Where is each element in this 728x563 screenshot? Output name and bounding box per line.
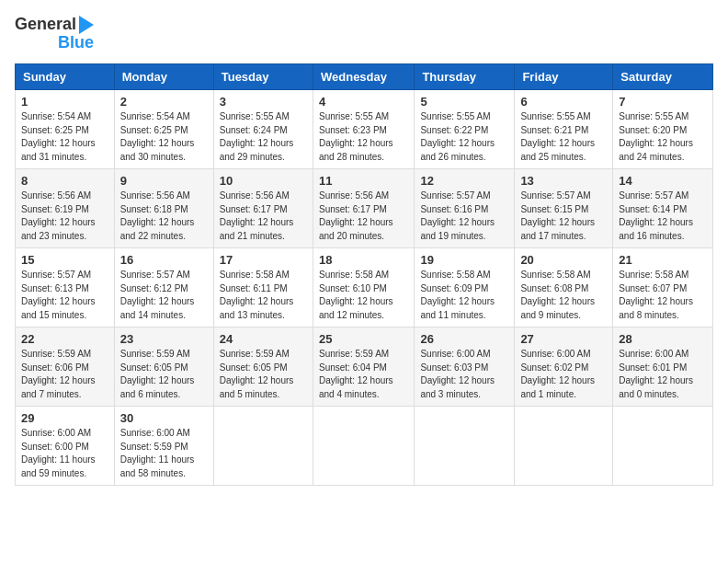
calendar-day-cell (213, 407, 313, 486)
day-number: 19 (420, 253, 508, 267)
calendar-week-row: 22Sunrise: 5:59 AMSunset: 6:06 PMDayligh… (16, 327, 713, 407)
day-detail: Sunrise: 5:58 AMSunset: 6:10 PMDaylight:… (319, 269, 408, 322)
calendar-table: SundayMondayTuesdayWednesdayThursdayFrid… (15, 63, 713, 486)
weekday-header-monday: Monday (114, 64, 213, 90)
calendar-day-cell: 4Sunrise: 5:55 AMSunset: 6:23 PMDaylight… (313, 90, 414, 169)
day-detail: Sunrise: 5:55 AMSunset: 6:23 PMDaylight:… (319, 110, 408, 164)
day-number: 15 (21, 253, 108, 267)
day-detail: Sunrise: 5:58 AMSunset: 6:11 PMDaylight:… (220, 269, 307, 322)
day-number: 9 (120, 174, 208, 188)
calendar-day-cell (515, 407, 613, 486)
day-number: 21 (619, 253, 707, 267)
day-number: 17 (220, 253, 307, 267)
calendar-day-cell: 15Sunrise: 5:57 AMSunset: 6:13 PMDayligh… (16, 248, 115, 327)
day-number: 25 (319, 332, 408, 346)
page-header: General Blue (15, 15, 713, 52)
calendar-day-cell: 21Sunrise: 5:58 AMSunset: 6:07 PMDayligh… (613, 248, 713, 327)
calendar-day-cell: 12Sunrise: 5:57 AMSunset: 6:16 PMDayligh… (415, 169, 515, 248)
day-number: 4 (319, 95, 408, 109)
day-detail: Sunrise: 6:00 AMSunset: 5:59 PMDaylight:… (120, 427, 208, 480)
weekday-header-tuesday: Tuesday (213, 64, 313, 90)
day-number: 11 (319, 174, 408, 188)
day-number: 14 (619, 174, 707, 188)
day-detail: Sunrise: 5:56 AMSunset: 6:19 PMDaylight:… (21, 190, 108, 243)
day-detail: Sunrise: 5:58 AMSunset: 6:08 PMDaylight:… (520, 269, 607, 322)
day-number: 5 (420, 95, 508, 109)
day-detail: Sunrise: 6:00 AMSunset: 6:01 PMDaylight:… (619, 348, 707, 401)
day-number: 29 (21, 411, 108, 425)
calendar-day-cell: 11Sunrise: 5:56 AMSunset: 6:17 PMDayligh… (313, 169, 414, 248)
day-detail: Sunrise: 5:57 AMSunset: 6:15 PMDaylight:… (520, 190, 607, 243)
calendar-week-row: 8Sunrise: 5:56 AMSunset: 6:19 PMDaylight… (16, 169, 713, 248)
day-number: 6 (520, 95, 607, 109)
day-detail: Sunrise: 6:00 AMSunset: 6:02 PMDaylight:… (520, 348, 607, 401)
day-detail: Sunrise: 5:54 AMSunset: 6:25 PMDaylight:… (21, 110, 108, 164)
day-detail: Sunrise: 5:55 AMSunset: 6:24 PMDaylight:… (220, 110, 307, 164)
day-detail: Sunrise: 5:54 AMSunset: 6:25 PMDaylight:… (120, 110, 208, 164)
day-detail: Sunrise: 5:57 AMSunset: 6:16 PMDaylight:… (420, 190, 508, 243)
day-detail: Sunrise: 5:55 AMSunset: 6:22 PMDaylight:… (420, 110, 508, 164)
calendar-day-cell: 6Sunrise: 5:55 AMSunset: 6:21 PMDaylight… (515, 90, 613, 169)
day-detail: Sunrise: 6:00 AMSunset: 6:00 PMDaylight:… (21, 427, 108, 480)
day-number: 30 (120, 411, 208, 425)
calendar-week-row: 29Sunrise: 6:00 AMSunset: 6:00 PMDayligh… (16, 407, 713, 486)
day-number: 3 (220, 95, 307, 109)
day-number: 26 (420, 332, 508, 346)
calendar-day-cell: 25Sunrise: 5:59 AMSunset: 6:04 PMDayligh… (313, 327, 414, 407)
calendar-day-cell: 18Sunrise: 5:58 AMSunset: 6:10 PMDayligh… (313, 248, 414, 327)
day-detail: Sunrise: 5:56 AMSunset: 6:18 PMDaylight:… (120, 190, 208, 243)
weekday-header-row: SundayMondayTuesdayWednesdayThursdayFrid… (16, 64, 713, 90)
calendar-day-cell: 14Sunrise: 5:57 AMSunset: 6:14 PMDayligh… (613, 169, 713, 248)
day-number: 27 (520, 332, 607, 346)
day-detail: Sunrise: 5:55 AMSunset: 6:21 PMDaylight:… (520, 110, 607, 164)
day-number: 1 (21, 95, 108, 109)
calendar-day-cell: 2Sunrise: 5:54 AMSunset: 6:25 PMDaylight… (114, 90, 213, 169)
weekday-header-wednesday: Wednesday (313, 64, 414, 90)
day-detail: Sunrise: 5:56 AMSunset: 6:17 PMDaylight:… (319, 190, 408, 243)
calendar-day-cell: 23Sunrise: 5:59 AMSunset: 6:05 PMDayligh… (114, 327, 213, 407)
day-number: 18 (319, 253, 408, 267)
day-number: 28 (619, 332, 707, 346)
day-number: 24 (220, 332, 307, 346)
weekday-header-saturday: Saturday (613, 64, 713, 90)
calendar-day-cell: 19Sunrise: 5:58 AMSunset: 6:09 PMDayligh… (415, 248, 515, 327)
calendar-day-cell: 13Sunrise: 5:57 AMSunset: 6:15 PMDayligh… (515, 169, 613, 248)
day-detail: Sunrise: 5:57 AMSunset: 6:12 PMDaylight:… (120, 269, 208, 322)
day-number: 22 (21, 332, 108, 346)
weekday-header-thursday: Thursday (415, 64, 515, 90)
logo: General Blue (15, 15, 94, 52)
calendar-week-row: 1Sunrise: 5:54 AMSunset: 6:25 PMDaylight… (16, 90, 713, 169)
calendar-day-cell: 7Sunrise: 5:55 AMSunset: 6:20 PMDaylight… (613, 90, 713, 169)
day-detail: Sunrise: 5:59 AMSunset: 6:05 PMDaylight:… (220, 348, 307, 401)
day-number: 20 (520, 253, 607, 267)
weekday-header-sunday: Sunday (16, 64, 115, 90)
calendar-week-row: 15Sunrise: 5:57 AMSunset: 6:13 PMDayligh… (16, 248, 713, 327)
day-detail: Sunrise: 5:58 AMSunset: 6:09 PMDaylight:… (420, 269, 508, 322)
calendar-day-cell: 17Sunrise: 5:58 AMSunset: 6:11 PMDayligh… (213, 248, 313, 327)
calendar-day-cell (613, 407, 713, 486)
day-number: 7 (619, 95, 707, 109)
calendar-day-cell: 16Sunrise: 5:57 AMSunset: 6:12 PMDayligh… (114, 248, 213, 327)
calendar-day-cell: 27Sunrise: 6:00 AMSunset: 6:02 PMDayligh… (515, 327, 613, 407)
day-detail: Sunrise: 5:55 AMSunset: 6:20 PMDaylight:… (619, 110, 707, 164)
day-detail: Sunrise: 5:59 AMSunset: 6:05 PMDaylight:… (120, 348, 208, 401)
day-detail: Sunrise: 5:58 AMSunset: 6:07 PMDaylight:… (619, 269, 707, 322)
day-detail: Sunrise: 5:57 AMSunset: 6:14 PMDaylight:… (619, 190, 707, 243)
calendar-day-cell: 5Sunrise: 5:55 AMSunset: 6:22 PMDaylight… (415, 90, 515, 169)
calendar-day-cell (415, 407, 515, 486)
calendar-day-cell: 20Sunrise: 5:58 AMSunset: 6:08 PMDayligh… (515, 248, 613, 327)
logo-text-blue: Blue (58, 33, 94, 53)
day-number: 12 (420, 174, 508, 188)
day-number: 13 (520, 174, 607, 188)
calendar-day-cell: 24Sunrise: 5:59 AMSunset: 6:05 PMDayligh… (213, 327, 313, 407)
calendar-day-cell: 29Sunrise: 6:00 AMSunset: 6:00 PMDayligh… (16, 407, 115, 486)
day-detail: Sunrise: 5:56 AMSunset: 6:17 PMDaylight:… (220, 190, 307, 243)
day-detail: Sunrise: 5:59 AMSunset: 6:04 PMDaylight:… (319, 348, 408, 401)
calendar-day-cell: 30Sunrise: 6:00 AMSunset: 5:59 PMDayligh… (114, 407, 213, 486)
day-detail: Sunrise: 5:59 AMSunset: 6:06 PMDaylight:… (21, 348, 108, 401)
calendar-day-cell (313, 407, 414, 486)
day-number: 2 (120, 95, 208, 109)
calendar-day-cell: 3Sunrise: 5:55 AMSunset: 6:24 PMDaylight… (213, 90, 313, 169)
weekday-header-friday: Friday (515, 64, 613, 90)
calendar-day-cell: 9Sunrise: 5:56 AMSunset: 6:18 PMDaylight… (114, 169, 213, 248)
